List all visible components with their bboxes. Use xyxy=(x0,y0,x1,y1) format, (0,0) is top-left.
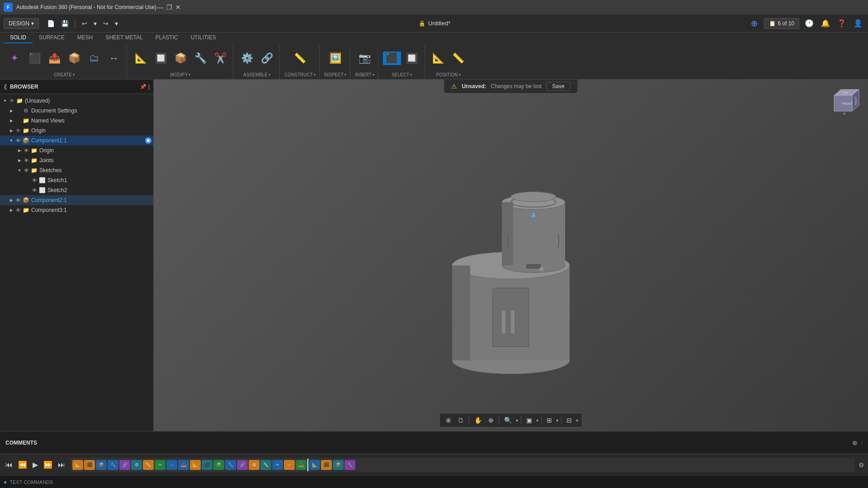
tree-eye-component3[interactable]: 👁 xyxy=(14,206,22,214)
timeline-prev-button[interactable]: ⏪ xyxy=(16,459,29,471)
tree-item-c1-sketches[interactable]: 👁 📁 Sketches xyxy=(0,165,153,175)
timeline-item-3[interactable]: 🔧 xyxy=(108,460,118,470)
timeline-settings-button[interactable]: ⚙ xyxy=(859,461,864,469)
new-file-button[interactable]: 📄 xyxy=(44,18,57,29)
inspect-btn-1[interactable]: 🖼️ xyxy=(326,52,344,65)
timeline-item-5[interactable]: ⚙ xyxy=(131,460,142,470)
environment-button[interactable]: ⊟ xyxy=(564,415,574,426)
tree-item-c1-joints[interactable]: 👁 📁 Joints xyxy=(0,155,153,165)
position-btn-1[interactable]: 📐 xyxy=(429,52,448,65)
assemble-btn-1[interactable]: ⚙️ xyxy=(238,52,256,65)
timeline-item-14[interactable]: 🔗 xyxy=(237,460,248,470)
timeline-item-7[interactable]: ✂ xyxy=(155,460,165,470)
zoom-caret[interactable]: ▾ xyxy=(516,418,518,423)
modify-btn-4[interactable]: 🔧 xyxy=(191,52,209,65)
modify-btn-2[interactable]: 🔲 xyxy=(151,52,170,65)
assemble-btn-2[interactable]: 🔗 xyxy=(258,52,276,65)
tree-item-sketch1[interactable]: 👁 ⬜ Sketch1 xyxy=(0,175,153,185)
display-caret[interactable]: ▾ xyxy=(536,418,538,423)
tree-eye-origin[interactable]: 👁 xyxy=(14,127,22,134)
env-caret[interactable]: ▾ xyxy=(576,418,578,423)
close-button[interactable]: ✕ xyxy=(175,4,182,11)
timeline-end-button[interactable]: ⏭ xyxy=(56,459,67,471)
orbit-button[interactable]: ⊕ xyxy=(486,415,496,426)
sidebar-collapse-button[interactable]: ⟪ xyxy=(4,83,7,90)
tab-surface[interactable]: SURFACE xyxy=(33,33,71,43)
tree-item-named-views[interactable]: 📁 Named Views xyxy=(0,116,153,126)
redo-button[interactable]: ↪ xyxy=(100,18,111,29)
timeline-play-button[interactable]: ▶ xyxy=(31,459,40,471)
timeline-start-button[interactable]: ⏮ xyxy=(4,459,14,471)
tab-plastic[interactable]: PLASTIC xyxy=(149,33,184,43)
tab-utilities[interactable]: UTILITIES xyxy=(184,33,222,43)
timeline-item-13[interactable]: 🔧 xyxy=(225,460,236,470)
modify-btn-5[interactable]: ✂️ xyxy=(211,52,229,65)
timeline-item-22[interactable]: 📦 xyxy=(333,460,344,470)
redo-dropdown-button[interactable]: ▾ xyxy=(112,18,121,29)
timeline-item-16[interactable]: 📏 xyxy=(260,460,271,470)
tree-eye-unsaved[interactable]: 👁 xyxy=(8,97,15,104)
tree-item-unsaved[interactable]: 👁 📁 (Unsaved) xyxy=(0,96,153,106)
tree-item-sketch2[interactable]: 👁 ⬜ Sketch2 xyxy=(0,185,153,195)
grid-origin-button[interactable]: ⊕ xyxy=(443,415,453,426)
insert-btn-1[interactable]: 📷 xyxy=(355,52,373,65)
undo-dropdown-button[interactable]: ▾ xyxy=(91,18,99,29)
create-btn-5[interactable]: 🗂 xyxy=(85,52,103,65)
timeline-next-button[interactable]: ⏩ xyxy=(42,459,54,471)
tree-eye-sketch2[interactable]: 👁 xyxy=(31,187,38,194)
timeline-item-0[interactable]: 📐 xyxy=(72,460,83,470)
tree-item-component3[interactable]: 👁 📁 Component3:1 xyxy=(0,205,153,215)
timeline-item-6[interactable]: 📏 xyxy=(143,460,154,470)
tree-eye-c1-origin[interactable]: 👁 xyxy=(23,147,30,154)
add-button[interactable]: ⊕ xyxy=(748,17,760,30)
timeline-item-21[interactable]: ⬛ xyxy=(321,460,332,470)
timeline-item-23[interactable]: 🔧 xyxy=(344,460,355,470)
create-btn-4[interactable]: 📦 xyxy=(65,52,83,65)
timeline-item-4[interactable]: 🔗 xyxy=(119,460,130,470)
timeline-item-1[interactable]: ⬛ xyxy=(84,460,95,470)
tree-item-doc-settings[interactable]: ⚙ Document Settings xyxy=(0,106,153,116)
tree-item-origin[interactable]: 👁 📁 Origin xyxy=(0,126,153,136)
timeline-item-12[interactable]: 📦 xyxy=(213,460,224,470)
tab-sheet-metal[interactable]: SHEET METAL xyxy=(99,33,149,43)
zoom-button[interactable]: 🔍 xyxy=(502,415,514,426)
tree-eye-c1-joints[interactable]: 👁 xyxy=(23,157,30,164)
timeline-item-20[interactable]: 📐 xyxy=(309,460,320,470)
create-btn-3[interactable]: 📤 xyxy=(45,52,63,65)
tab-mesh[interactable]: MESH xyxy=(71,33,99,43)
create-btn-6[interactable]: ↔ xyxy=(105,52,123,65)
tree-item-component2[interactable]: 👁 📦 Component2:1 xyxy=(0,195,153,205)
add-comment-button[interactable]: ⊕ xyxy=(852,439,858,446)
modify-btn-1[interactable]: 📐 xyxy=(132,52,150,65)
display-mode-button[interactable]: ▣ xyxy=(524,415,534,426)
sidebar-close-button[interactable]: | xyxy=(148,84,150,90)
select-btn-1[interactable]: ⬛ xyxy=(383,52,401,65)
help-button[interactable]: ❓ xyxy=(835,17,848,29)
timeline-item-11[interactable]: ⬛ xyxy=(202,460,212,470)
design-dropdown-button[interactable]: DESIGN ▾ xyxy=(4,18,39,29)
timeline-item-2[interactable]: 📦 xyxy=(96,460,107,470)
viewport[interactable]: ⚠ Unsaved: Changes may be lost Save xyxy=(154,80,868,431)
minimize-button[interactable]: — xyxy=(156,4,164,11)
clock-button[interactable]: 🕐 xyxy=(803,17,816,29)
timeline-item-9[interactable]: 📤 xyxy=(178,460,189,470)
tree-eye-component2[interactable]: 👁 xyxy=(14,197,22,204)
create-btn-2[interactable]: ⬛ xyxy=(25,52,43,65)
viewcube[interactable]: FRONT TOP RIGHT N xyxy=(827,84,863,116)
tree-item-c1-origin[interactable]: 👁 📁 Origin xyxy=(0,145,153,155)
tree-eye-c1-sketches[interactable]: 👁 xyxy=(23,167,30,174)
notifications-button[interactable]: 🔔 xyxy=(819,17,832,29)
position-btn-2[interactable]: 📏 xyxy=(449,52,467,65)
tree-eye-component1[interactable]: 👁 xyxy=(14,137,22,144)
timeline-item-17[interactable]: ✂ xyxy=(272,460,283,470)
timeline-item-15[interactable]: ⚙ xyxy=(249,460,259,470)
tree-eye-sketch1[interactable]: 👁 xyxy=(31,177,38,184)
save-file-button[interactable]: 💾 xyxy=(58,18,71,29)
view-options-button[interactable]: 🗋 xyxy=(455,415,466,426)
grid-button[interactable]: ⊞ xyxy=(544,415,554,426)
timeline-item-18[interactable]: ↔ xyxy=(284,460,295,470)
timeline-item-10[interactable]: 📐 xyxy=(190,460,201,470)
construct-btn-1[interactable]: 📏 xyxy=(291,52,309,65)
create-btn-1[interactable]: ✦ xyxy=(5,52,24,65)
select-btn-2[interactable]: 🔲 xyxy=(403,52,421,65)
